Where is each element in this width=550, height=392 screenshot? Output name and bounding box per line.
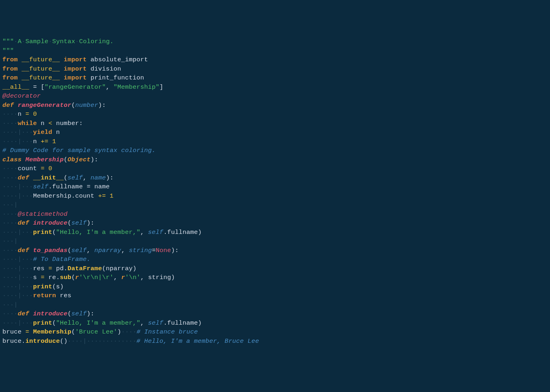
code-line[interactable]: ····|···n += 1: [2, 137, 548, 146]
code-line[interactable]: from __future__ import division: [2, 65, 548, 74]
code-line[interactable]: ····|···self.fullname = name: [2, 182, 548, 192]
code-line[interactable]: ····|···print("Hello, I'm a member,", se…: [2, 228, 548, 237]
code-line[interactable]: class Membership(Object):: [2, 155, 548, 165]
code-line[interactable]: def rangeGenerator(number):: [2, 101, 548, 110]
code-line[interactable]: ····def introduce(self):: [2, 309, 548, 319]
code-line[interactable]: ····|···print(s): [2, 282, 548, 292]
code-line[interactable]: ····|···res = pd.DataFrame(nparray): [2, 264, 548, 273]
code-line[interactable]: ····|···Membership.count += 1: [2, 192, 548, 201]
code-line[interactable]: ····|···print("Hello, I'm a member,", se…: [2, 319, 548, 328]
code-line[interactable]: """: [2, 46, 548, 56]
code-line[interactable]: ····@staticmethod: [2, 210, 548, 219]
code-line[interactable]: ····def to_pandas(self, nparray, string=…: [2, 246, 548, 255]
code-line[interactable]: ···|: [2, 300, 548, 310]
code-line[interactable]: bruce.introduce()····|·············# Hel…: [2, 337, 548, 346]
code-line[interactable]: from __future__ import absolute_import: [2, 55, 548, 65]
code-line[interactable]: ····|···return res: [2, 291, 548, 300]
code-line[interactable]: ···|: [2, 200, 548, 210]
code-line[interactable]: bruce = Membership('Bruce Lee')····# Ins…: [2, 327, 548, 337]
code-line[interactable]: @decorator: [2, 92, 548, 101]
code-line[interactable]: ····|···yield n: [2, 128, 548, 137]
code-line[interactable]: """·A·Sample·Syntax·Coloring.: [2, 37, 548, 46]
code-line[interactable]: # Dummy Code for sample syntax coloring.: [2, 146, 548, 155]
code-line[interactable]: ····while n < number:: [2, 119, 548, 128]
code-line[interactable]: __all__ = ["rangeGenerator", "Membership…: [2, 83, 548, 92]
code-editor-view[interactable]: """·A·Sample·Syntax·Coloring."""from __f…: [2, 37, 548, 346]
code-line[interactable]: ····|···# To DataFrame.: [2, 255, 548, 264]
code-line[interactable]: ····count = 0: [2, 164, 548, 173]
code-line[interactable]: ····n = 0: [2, 110, 548, 119]
code-line[interactable]: ····def __init__(self, name):: [2, 173, 548, 183]
code-line[interactable]: ····def introduce(self):: [2, 219, 548, 228]
code-line[interactable]: ····|···s = re.sub(r'\r\n|\r', r'\n', st…: [2, 273, 548, 282]
code-line[interactable]: from __future__ import print_function: [2, 73, 548, 83]
code-line[interactable]: ···|: [2, 237, 548, 246]
